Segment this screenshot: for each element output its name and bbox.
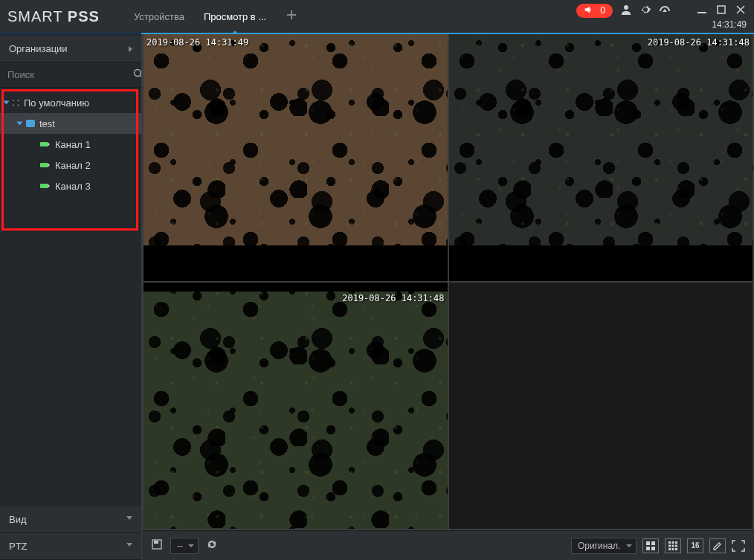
device-tree: ⸬ По умолчанию test Канал 1 Канал 2 Кана…: [0, 88, 141, 506]
panel-organizations[interactable]: Организации: [0, 36, 141, 62]
video-cell-4[interactable]: [449, 283, 753, 530]
svg-rect-0: [697, 12, 706, 13]
maximize-button[interactable]: [715, 4, 727, 18]
chevron-right-icon: [126, 543, 132, 550]
minimize-button[interactable]: [696, 4, 708, 18]
video-cell-2[interactable]: 2019-08-26 14:31:48: [449, 34, 753, 281]
panel-ptz[interactable]: PTZ: [0, 533, 141, 560]
main-area: 2019-08-26 14:31:49 2019-08-26 14:31:48 …: [141, 33, 754, 560]
tree-device-test[interactable]: test: [0, 113, 141, 134]
tree-root[interactable]: ⸬ По умолчанию: [0, 92, 141, 113]
dvr-icon: [26, 120, 35, 127]
clock: 14:31:49: [712, 19, 747, 30]
user-icon[interactable]: [620, 4, 632, 18]
svg-rect-14: [675, 544, 677, 547]
camera-icon: [40, 184, 48, 188]
svg-rect-6: [651, 541, 655, 545]
alert-indicator[interactable]: 0: [576, 4, 613, 18]
speaker-icon: [584, 4, 594, 17]
tour-select[interactable]: --: [170, 538, 199, 554]
timestamp-overlay: 2019-08-26 14:31:49: [146, 37, 248, 48]
sidebar: Организации ⸬ По умолчанию test К: [0, 33, 141, 560]
svg-rect-7: [646, 547, 650, 550]
layout-16-button[interactable]: 16: [687, 538, 703, 553]
svg-rect-9: [668, 541, 671, 544]
tab-devices[interactable]: Устройства: [129, 0, 189, 33]
layout-9-button[interactable]: [665, 538, 681, 553]
expand-icon: [4, 101, 10, 105]
title-bar: SMART PSS Устройства Просмотр в ... 0: [0, 0, 754, 33]
layout-custom-button[interactable]: [709, 538, 726, 553]
timestamp-overlay: 2019-08-26 14:31:48: [648, 37, 750, 48]
svg-rect-8: [651, 547, 655, 550]
tree-channel-3[interactable]: Канал 3: [0, 176, 141, 196]
tab-liveview[interactable]: Просмотр в ...: [199, 0, 271, 33]
svg-rect-16: [672, 548, 674, 550]
fullscreen-button[interactable]: [732, 538, 745, 553]
svg-rect-13: [672, 544, 674, 547]
chevron-right-icon: [126, 516, 132, 523]
refresh-icon[interactable]: [206, 538, 218, 553]
org-icon: ⸬: [13, 97, 19, 109]
alert-count: 0: [600, 5, 605, 16]
scale-select[interactable]: Оригинал.: [571, 538, 637, 554]
layout-4-button[interactable]: [642, 538, 659, 553]
video-cell-3[interactable]: 2019-08-26 14:31:48: [144, 283, 448, 530]
tour-select-wrap: --: [170, 538, 199, 554]
expand-icon: [17, 122, 23, 126]
video-grid: 2019-08-26 14:31:49 2019-08-26 14:31:48 …: [142, 33, 754, 530]
video-cell-1[interactable]: 2019-08-26 14:31:49: [144, 34, 448, 281]
svg-rect-11: [675, 541, 677, 544]
search-row: [0, 62, 141, 88]
camera-icon: [40, 163, 48, 167]
svg-point-2: [135, 70, 141, 77]
search-input[interactable]: [7, 69, 132, 80]
svg-rect-5: [646, 541, 650, 545]
footer-toolbar: -- Оригинал.: [142, 530, 754, 560]
svg-rect-1: [718, 6, 725, 13]
svg-rect-12: [668, 544, 671, 547]
close-button[interactable]: [735, 4, 747, 18]
dashboard-icon[interactable]: [659, 4, 671, 18]
svg-rect-15: [668, 548, 671, 550]
svg-rect-10: [672, 541, 674, 544]
tree-channel-2[interactable]: Канал 2: [0, 155, 141, 176]
svg-rect-17: [675, 548, 677, 550]
tree-channel-1[interactable]: Канал 1: [0, 134, 141, 155]
app-logo: SMART PSS: [7, 8, 100, 25]
svg-rect-4: [154, 541, 158, 544]
panel-view[interactable]: Вид: [0, 506, 141, 533]
gear-icon[interactable]: [639, 4, 651, 18]
add-tab-button[interactable]: [281, 9, 302, 25]
save-view-icon[interactable]: [151, 538, 163, 553]
timestamp-overlay: 2019-08-26 14:31:48: [342, 293, 444, 303]
camera-icon: [40, 142, 48, 147]
chevron-right-icon: [129, 46, 132, 52]
tab-bar: Устройства Просмотр в ...: [129, 0, 302, 33]
scale-select-wrap: Оригинал.: [571, 538, 637, 554]
